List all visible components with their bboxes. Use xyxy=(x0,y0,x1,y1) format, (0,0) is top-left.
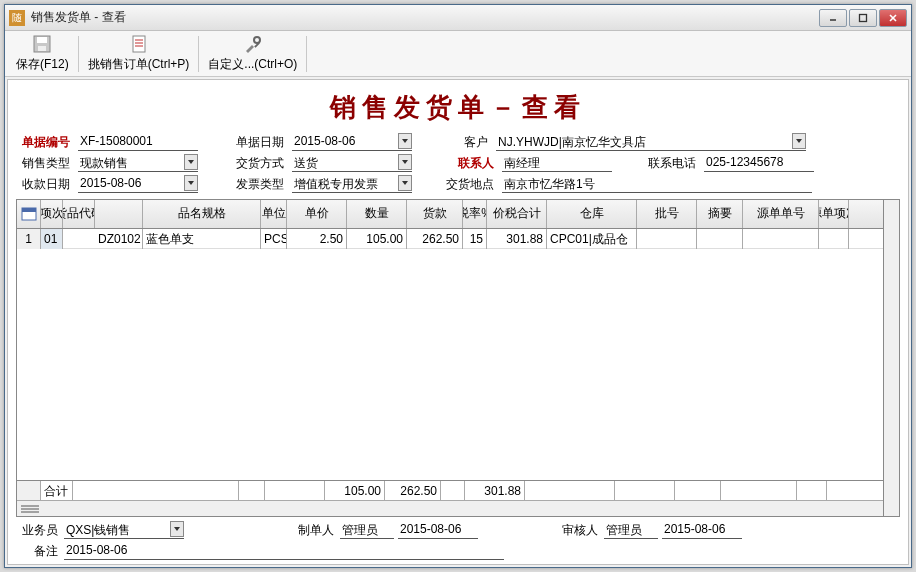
cell-code[interactable]: DZ0102 xyxy=(95,229,143,249)
total-amt: 262.50 xyxy=(385,481,441,501)
close-button[interactable] xyxy=(879,9,907,27)
chevron-down-icon[interactable] xyxy=(184,175,198,191)
chevron-down-icon[interactable] xyxy=(398,154,412,170)
col-name[interactable]: 品名规格 xyxy=(143,200,261,228)
col-batch[interactable]: 批号 xyxy=(637,200,697,228)
minimize-button[interactable] xyxy=(819,9,847,27)
cell-memo[interactable] xyxy=(697,229,743,249)
col-tax[interactable]: 税率% xyxy=(463,200,487,228)
recv-date-label: 收款日期 xyxy=(16,176,72,193)
doc-no-label: 单据编号 xyxy=(16,134,72,151)
col-srcseq[interactable]: 源单项次 xyxy=(819,200,849,228)
delivery-field[interactable]: 送货 xyxy=(292,154,412,172)
col-seq[interactable]: 项次 xyxy=(41,200,63,228)
toolbar-separator xyxy=(78,36,79,72)
maker-date-field: 2015-08-06 xyxy=(398,521,478,539)
titlebar: 随 销售发货单 - 查看 xyxy=(5,5,911,31)
document-title: 销售发货单－查看 xyxy=(16,90,900,125)
checker-label: 审核人 xyxy=(556,522,600,539)
phone-label: 联系电话 xyxy=(644,155,698,172)
cell-batch[interactable] xyxy=(637,229,697,249)
content-area: 销售发货单－查看 单据编号 XF-15080001 单据日期 2015-08-0… xyxy=(7,79,909,565)
grid-vscrollbar[interactable] xyxy=(884,199,900,517)
cell-price[interactable]: 2.50 xyxy=(287,229,347,249)
col-memo[interactable]: 摘要 xyxy=(697,200,743,228)
chevron-down-icon[interactable] xyxy=(792,133,806,149)
cell-srcno[interactable] xyxy=(743,229,819,249)
col-qty[interactable]: 数量 xyxy=(347,200,407,228)
cell-name[interactable]: 蓝色单支 xyxy=(143,229,261,249)
cell-wh[interactable]: CPC01|成品仓 xyxy=(547,229,637,249)
svg-rect-7 xyxy=(133,36,145,52)
grid-icon xyxy=(21,207,37,221)
remark-field[interactable]: 2015-08-06 xyxy=(64,542,504,560)
doc-no-field[interactable]: XF-15080001 xyxy=(78,133,198,151)
customize-button[interactable]: 自定义...(Ctrl+O) xyxy=(201,31,304,76)
svg-rect-14 xyxy=(22,208,36,212)
col-amt[interactable]: 货款 xyxy=(407,200,463,228)
grid-corner[interactable] xyxy=(17,200,41,228)
total-qty: 105.00 xyxy=(325,481,385,501)
col-code[interactable]: 货品代码 xyxy=(63,200,95,228)
col-srcno[interactable]: 源单单号 xyxy=(743,200,819,228)
svg-rect-5 xyxy=(37,37,47,43)
chevron-down-icon[interactable] xyxy=(184,154,198,170)
pick-order-button[interactable]: 挑销售订单(Ctrl+P) xyxy=(81,31,197,76)
saletype-label: 销售类型 xyxy=(16,155,72,172)
grid-totals: 合计 105.00 262.50 301.88 xyxy=(17,480,883,500)
recv-date-field[interactable]: 2015-08-06 xyxy=(78,175,198,193)
customer-field[interactable]: NJ.YHWJD|南京忆华文具店 xyxy=(496,133,806,151)
col-unit[interactable]: 单位 xyxy=(261,200,287,228)
doc-date-label: 单据日期 xyxy=(230,134,286,151)
cell-srcseq[interactable] xyxy=(819,229,849,249)
app-window: 随 销售发货单 - 查看 保存(F12) 挑销售订单(Ctrl+P) 自定义..… xyxy=(4,4,912,568)
sales-field[interactable]: QXS|钱销售 xyxy=(64,521,184,539)
toolbar-separator xyxy=(198,36,199,72)
footer-form: 业务员 QXS|钱销售 制单人 管理员 2015-08-06 审核人 管理员 2… xyxy=(16,517,900,562)
addr-label: 交货地点 xyxy=(444,176,496,193)
phone-field[interactable]: 025-12345678 xyxy=(704,154,814,172)
table-row[interactable]: 1 01 DZ0102 蓝色单支 PCS 2.50 105.00 262.50 … xyxy=(17,229,883,249)
row-number[interactable]: 1 xyxy=(17,229,41,249)
checker-date-field: 2015-08-06 xyxy=(662,521,742,539)
document-icon xyxy=(129,34,149,54)
cell-total[interactable]: 301.88 xyxy=(487,229,547,249)
app-icon: 随 xyxy=(9,10,25,26)
window-title: 销售发货单 - 查看 xyxy=(31,9,819,26)
contact-field[interactable]: 南经理 xyxy=(502,154,612,172)
svg-rect-1 xyxy=(860,14,867,21)
cell-qty[interactable]: 105.00 xyxy=(347,229,407,249)
chevron-down-icon[interactable] xyxy=(398,133,412,149)
multiline-icon xyxy=(21,504,41,514)
maker-field: 管理员 xyxy=(340,521,394,539)
delivery-label: 交货方式 xyxy=(230,155,286,172)
invoice-label: 发票类型 xyxy=(230,176,286,193)
sales-label: 业务员 xyxy=(16,522,60,539)
customer-label: 客户 xyxy=(454,134,490,151)
save-icon xyxy=(32,34,52,54)
total-total: 301.88 xyxy=(465,481,525,501)
grid-header: 项次 货品代码 品名规格 单位 单价 数量 货款 税率% 价税合计 仓库 批号 … xyxy=(17,200,883,229)
cell-unit[interactable]: PCS xyxy=(261,229,287,249)
toolbar: 保存(F12) 挑销售订单(Ctrl+P) 自定义...(Ctrl+O) xyxy=(5,31,911,77)
col-wh[interactable]: 仓库 xyxy=(547,200,637,228)
col-total[interactable]: 价税合计 xyxy=(487,200,547,228)
chevron-down-icon[interactable] xyxy=(398,175,412,191)
cell-tax[interactable]: 15 xyxy=(463,229,487,249)
invoice-field[interactable]: 增值税专用发票 xyxy=(292,175,412,193)
col-price[interactable]: 单价 xyxy=(287,200,347,228)
doc-date-field[interactable]: 2015-08-06 xyxy=(292,133,412,151)
col-code2[interactable] xyxy=(95,200,143,228)
toolbar-separator xyxy=(306,36,307,72)
tools-icon xyxy=(243,34,263,54)
maximize-button[interactable] xyxy=(849,9,877,27)
chevron-down-icon[interactable] xyxy=(170,521,184,537)
cell-seq[interactable]: 01 xyxy=(41,229,63,249)
grid-hscrollbar[interactable] xyxy=(17,500,883,516)
save-button[interactable]: 保存(F12) xyxy=(9,31,76,76)
data-grid[interactable]: 项次 货品代码 品名规格 单位 单价 数量 货款 税率% 价税合计 仓库 批号 … xyxy=(16,199,884,517)
cell-amt[interactable]: 262.50 xyxy=(407,229,463,249)
addr-field[interactable]: 南京市忆华路1号 xyxy=(502,175,812,193)
checker-field: 管理员 xyxy=(604,521,658,539)
saletype-field[interactable]: 现款销售 xyxy=(78,154,198,172)
